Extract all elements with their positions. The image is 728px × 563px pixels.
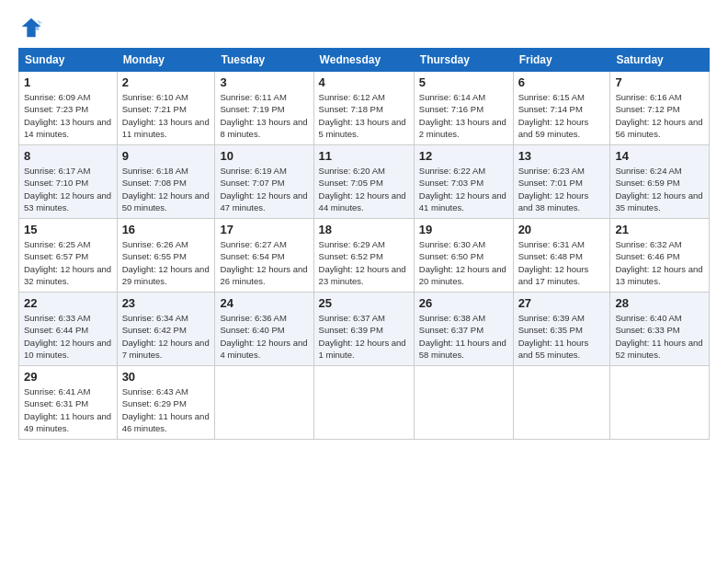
logo: [18, 15, 48, 40]
day-number: 3: [220, 75, 308, 89]
table-row: 25 Sunrise: 6:37 AM Sunset: 6:39 PM Dayl…: [313, 293, 414, 366]
day-number: 28: [615, 296, 704, 310]
day-info: Sunrise: 6:12 AM Sunset: 7:18 PM Dayligh…: [319, 91, 409, 140]
table-row: 3 Sunrise: 6:11 AM Sunset: 7:19 PM Dayli…: [215, 72, 313, 145]
table-row: 29 Sunrise: 6:41 AM Sunset: 6:31 PM Dayl…: [19, 366, 118, 440]
empty-cell: [414, 366, 513, 440]
day-number: 2: [122, 75, 210, 89]
table-row: 12 Sunrise: 6:22 AM Sunset: 7:03 PM Dayl…: [414, 145, 513, 219]
day-info: Sunrise: 6:40 AM Sunset: 6:33 PM Dayligh…: [615, 312, 704, 361]
table-row: 18 Sunrise: 6:29 AM Sunset: 6:52 PM Dayl…: [313, 219, 414, 293]
empty-cell: [313, 366, 414, 440]
day-number: 1: [24, 75, 112, 89]
col-wednesday: Wednesday: [313, 49, 414, 72]
day-info: Sunrise: 6:37 AM Sunset: 6:39 PM Dayligh…: [319, 312, 409, 361]
table-row: 7 Sunrise: 6:16 AM Sunset: 7:12 PM Dayli…: [610, 72, 710, 145]
table-row: 2 Sunrise: 6:10 AM Sunset: 7:21 PM Dayli…: [117, 72, 215, 145]
day-info: Sunrise: 6:32 AM Sunset: 6:46 PM Dayligh…: [615, 238, 704, 287]
day-number: 21: [615, 223, 704, 236]
table-row: 17 Sunrise: 6:27 AM Sunset: 6:54 PM Dayl…: [215, 219, 313, 293]
day-info: Sunrise: 6:38 AM Sunset: 6:37 PM Dayligh…: [419, 312, 508, 361]
day-number: 6: [518, 75, 606, 89]
day-info: Sunrise: 6:15 AM Sunset: 7:14 PM Dayligh…: [518, 91, 606, 140]
day-number: 30: [122, 370, 210, 384]
table-row: 6 Sunrise: 6:15 AM Sunset: 7:14 PM Dayli…: [513, 72, 610, 145]
day-number: 8: [24, 149, 112, 163]
calendar-header-row: Sunday Monday Tuesday Wednesday Thursday…: [19, 49, 710, 72]
day-info: Sunrise: 6:34 AM Sunset: 6:42 PM Dayligh…: [122, 312, 210, 361]
day-number: 22: [24, 296, 112, 310]
day-info: Sunrise: 6:22 AM Sunset: 7:03 PM Dayligh…: [419, 165, 508, 213]
table-row: 27 Sunrise: 6:39 AM Sunset: 6:35 PM Dayl…: [513, 293, 610, 366]
day-number: 16: [122, 223, 210, 236]
table-row: 13 Sunrise: 6:23 AM Sunset: 7:01 PM Dayl…: [513, 145, 610, 219]
table-row: 24 Sunrise: 6:36 AM Sunset: 6:40 PM Dayl…: [215, 293, 313, 366]
col-monday: Monday: [117, 49, 215, 72]
day-info: Sunrise: 6:11 AM Sunset: 7:19 PM Dayligh…: [220, 91, 308, 140]
day-number: 12: [419, 149, 508, 163]
col-thursday: Thursday: [414, 49, 513, 72]
day-number: 24: [220, 296, 308, 310]
day-info: Sunrise: 6:24 AM Sunset: 6:59 PM Dayligh…: [615, 165, 704, 213]
day-info: Sunrise: 6:26 AM Sunset: 6:55 PM Dayligh…: [122, 238, 210, 287]
day-number: 18: [319, 223, 409, 236]
day-number: 15: [24, 223, 112, 236]
table-row: 20 Sunrise: 6:31 AM Sunset: 6:48 PM Dayl…: [513, 219, 610, 293]
day-number: 26: [419, 296, 508, 310]
day-info: Sunrise: 6:23 AM Sunset: 7:01 PM Dayligh…: [518, 165, 606, 213]
day-number: 11: [319, 149, 409, 163]
day-number: 10: [220, 149, 308, 163]
table-row: 4 Sunrise: 6:12 AM Sunset: 7:18 PM Dayli…: [313, 72, 414, 145]
day-number: 29: [24, 370, 112, 384]
day-number: 17: [220, 223, 308, 236]
logo-icon: [18, 15, 44, 40]
day-number: 9: [122, 149, 210, 163]
col-saturday: Saturday: [610, 49, 710, 72]
header: [18, 15, 710, 40]
day-number: 19: [419, 223, 508, 236]
day-number: 27: [518, 296, 606, 310]
table-row: 19 Sunrise: 6:30 AM Sunset: 6:50 PM Dayl…: [414, 219, 513, 293]
table-row: 11 Sunrise: 6:20 AM Sunset: 7:05 PM Dayl…: [313, 145, 414, 219]
day-info: Sunrise: 6:27 AM Sunset: 6:54 PM Dayligh…: [220, 238, 308, 287]
calendar-table: Sunday Monday Tuesday Wednesday Thursday…: [18, 48, 710, 440]
day-info: Sunrise: 6:19 AM Sunset: 7:07 PM Dayligh…: [220, 165, 308, 213]
table-row: 9 Sunrise: 6:18 AM Sunset: 7:08 PM Dayli…: [117, 145, 215, 219]
day-info: Sunrise: 6:20 AM Sunset: 7:05 PM Dayligh…: [319, 165, 409, 213]
day-info: Sunrise: 6:41 AM Sunset: 6:31 PM Dayligh…: [24, 385, 112, 434]
day-info: Sunrise: 6:30 AM Sunset: 6:50 PM Dayligh…: [419, 238, 508, 287]
col-friday: Friday: [513, 49, 610, 72]
day-number: 13: [518, 149, 606, 163]
day-number: 20: [518, 223, 606, 236]
table-row: 28 Sunrise: 6:40 AM Sunset: 6:33 PM Dayl…: [610, 293, 710, 366]
day-info: Sunrise: 6:17 AM Sunset: 7:10 PM Dayligh…: [24, 165, 112, 213]
col-tuesday: Tuesday: [215, 49, 313, 72]
day-info: Sunrise: 6:09 AM Sunset: 7:23 PM Dayligh…: [24, 91, 112, 140]
day-number: 7: [615, 75, 704, 89]
table-row: 21 Sunrise: 6:32 AM Sunset: 6:46 PM Dayl…: [610, 219, 710, 293]
day-info: Sunrise: 6:36 AM Sunset: 6:40 PM Dayligh…: [220, 312, 308, 361]
day-number: 25: [319, 296, 409, 310]
day-info: Sunrise: 6:14 AM Sunset: 7:16 PM Dayligh…: [419, 91, 508, 140]
day-info: Sunrise: 6:39 AM Sunset: 6:35 PM Dayligh…: [518, 312, 606, 361]
day-number: 4: [319, 75, 409, 89]
table-row: 15 Sunrise: 6:25 AM Sunset: 6:57 PM Dayl…: [19, 219, 118, 293]
calendar-row: 15 Sunrise: 6:25 AM Sunset: 6:57 PM Dayl…: [19, 219, 710, 293]
day-info: Sunrise: 6:29 AM Sunset: 6:52 PM Dayligh…: [319, 238, 409, 287]
day-info: Sunrise: 6:25 AM Sunset: 6:57 PM Dayligh…: [24, 238, 112, 287]
table-row: 16 Sunrise: 6:26 AM Sunset: 6:55 PM Dayl…: [117, 219, 215, 293]
table-row: 8 Sunrise: 6:17 AM Sunset: 7:10 PM Dayli…: [19, 145, 118, 219]
empty-cell: [215, 366, 313, 440]
day-info: Sunrise: 6:43 AM Sunset: 6:29 PM Dayligh…: [122, 385, 210, 434]
calendar-row: 8 Sunrise: 6:17 AM Sunset: 7:10 PM Dayli…: [19, 145, 710, 219]
day-info: Sunrise: 6:16 AM Sunset: 7:12 PM Dayligh…: [615, 91, 704, 140]
empty-cell: [610, 366, 710, 440]
empty-cell: [513, 366, 610, 440]
calendar-row: 29 Sunrise: 6:41 AM Sunset: 6:31 PM Dayl…: [19, 366, 710, 440]
day-number: 23: [122, 296, 210, 310]
table-row: 1 Sunrise: 6:09 AM Sunset: 7:23 PM Dayli…: [19, 72, 118, 145]
day-info: Sunrise: 6:10 AM Sunset: 7:21 PM Dayligh…: [122, 91, 210, 140]
day-info: Sunrise: 6:31 AM Sunset: 6:48 PM Dayligh…: [518, 238, 606, 287]
table-row: 10 Sunrise: 6:19 AM Sunset: 7:07 PM Dayl…: [215, 145, 313, 219]
page: Sunday Monday Tuesday Wednesday Thursday…: [0, 0, 728, 563]
